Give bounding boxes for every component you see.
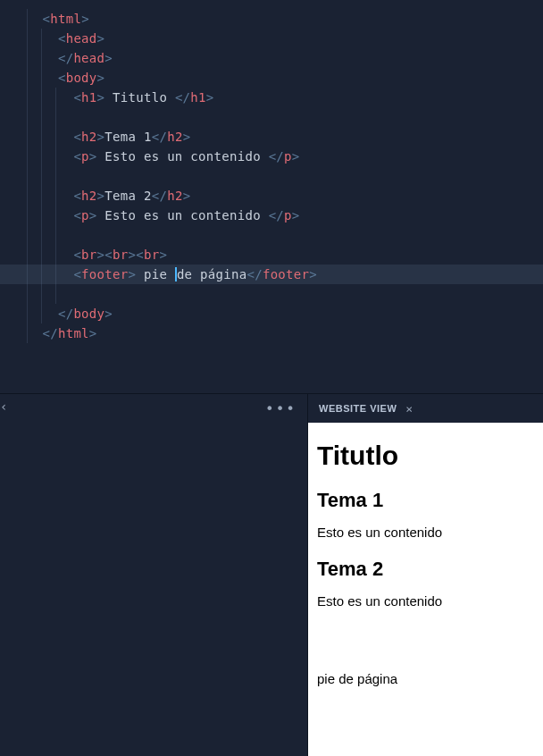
code-line[interactable]: <p> Esto es un contenido </p>	[0, 147, 543, 166]
code-line[interactable]	[0, 284, 543, 304]
code-line[interactable]: <p> Esto es un contenido </p>	[0, 206, 543, 225]
chevron-left-icon[interactable]: ‹	[0, 399, 7, 414]
code-line[interactable]: <h1> Titutlo </h1>	[0, 88, 543, 107]
preview-h2-1: Tema 1	[317, 489, 534, 512]
code-line[interactable]	[0, 107, 543, 127]
code-line[interactable]: <br><br><br>	[0, 245, 543, 265]
code-line[interactable]: </html>	[0, 323, 543, 343]
code-line[interactable]: <h2>Tema 2</h2>	[0, 186, 543, 206]
code-line[interactable]: </head>	[0, 48, 543, 68]
website-view-panel: WEBSITE VIEW × Titutlo Tema 1 Esto es un…	[307, 394, 543, 756]
tab-website-view[interactable]: WEBSITE VIEW	[319, 403, 397, 414]
code-line[interactable]: </body>	[0, 304, 543, 323]
preview-p-1: Esto es un contenido	[317, 525, 534, 540]
code-editor[interactable]: <html> <head> </head> <body> <h1> Titutl…	[0, 0, 543, 393]
preview-p-2: Esto es un contenido	[317, 593, 534, 609]
code-line[interactable]	[0, 166, 543, 186]
preview-footer: pie de página	[317, 671, 534, 686]
preview-h2-2: Tema 2	[317, 558, 534, 581]
preview-area: Titutlo Tema 1 Esto es un contenido Tema…	[308, 423, 543, 756]
tab-bar: WEBSITE VIEW ×	[308, 394, 543, 423]
close-icon[interactable]: ×	[405, 402, 413, 416]
left-panel: ‹ •••	[0, 394, 307, 756]
code-line[interactable]: <body>	[0, 68, 543, 88]
preview-spacing	[317, 626, 534, 671]
code-line[interactable]: <head>	[0, 29, 543, 48]
code-line[interactable]: <h2>Tema 1</h2>	[0, 127, 543, 147]
code-line[interactable]: <html>	[0, 9, 543, 29]
code-line[interactable]: <footer> pie de página</footer>	[0, 265, 543, 284]
more-icon[interactable]: •••	[265, 400, 297, 417]
preview-h1: Titutlo	[317, 441, 534, 471]
code-line[interactable]	[0, 225, 543, 245]
